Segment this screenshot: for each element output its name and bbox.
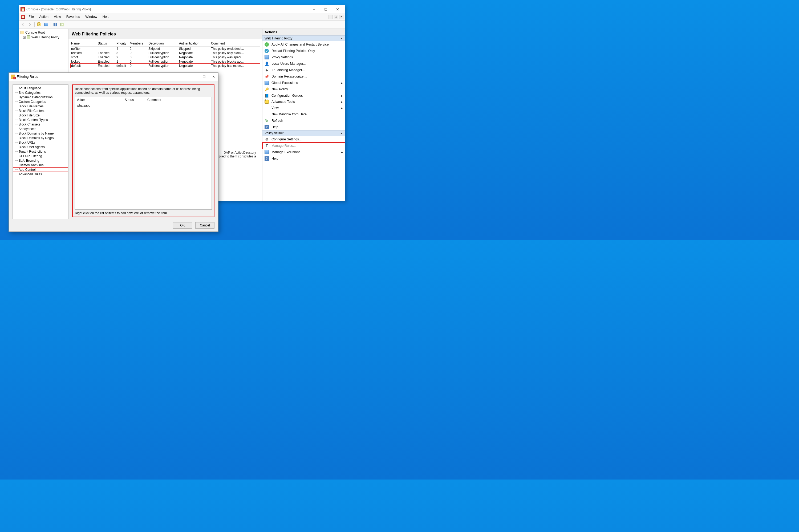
policy-row[interactable]: defaultEnableddefault0Full decryptionNeg…: [71, 64, 260, 68]
rules-tree-site-categories[interactable]: Site Categories: [13, 90, 68, 95]
rules-tree-advanced-rules[interactable]: Advanced Rules: [13, 172, 68, 176]
rules-tree-block-file-size[interactable]: Block File Size: [13, 113, 68, 117]
action-label: Configuration Guides: [271, 94, 303, 97]
tree-expand-icon[interactable]: +: [23, 36, 25, 39]
collapse-icon[interactable]: ▲: [341, 37, 343, 40]
action-manage-rules[interactable]: TManage Rules...: [262, 142, 345, 149]
rules-tree-dynamic-categorization[interactable]: Dynamic Categorization: [13, 95, 68, 99]
maximize-button[interactable]: [320, 5, 332, 13]
menu-window[interactable]: Window: [82, 13, 100, 20]
action-refresh[interactable]: ↻Refresh: [262, 117, 345, 124]
rules-tree-tenant-restrictions[interactable]: Tenant Restrictions: [13, 149, 68, 154]
refresh-icon: ↻: [265, 118, 269, 123]
action-reload-filtering-policies-only[interactable]: ✓Reload Filtering Policies Only: [262, 48, 345, 54]
rules-tree-geo-ip-filtering[interactable]: GEO-IP Filtering: [13, 154, 68, 158]
col-decryption: Decryption: [148, 41, 179, 45]
action-label: Global Exclusions: [271, 81, 298, 85]
rules-tree-block-domains-by-name[interactable]: Block Domains by Name: [13, 131, 68, 136]
nav-forward-button[interactable]: [27, 22, 33, 27]
show-hide-tree-button[interactable]: [43, 22, 49, 27]
rules-tree-annoyances[interactable]: Annoyances: [13, 127, 68, 131]
action-label: Reload Filtering Policies Only: [271, 49, 315, 53]
rules-tree-clamav-antivirus[interactable]: ClamAV AntiVirus: [13, 163, 68, 167]
dialog-titlebar: Filtering Rules — ☐ ✕: [9, 73, 218, 81]
tree-child[interactable]: + Web Filtering Proxy: [20, 35, 68, 40]
rules-tree-block-file-names[interactable]: Block File Names: [13, 104, 68, 109]
menu-help[interactable]: Help: [100, 13, 112, 20]
rules-tree-adult-language[interactable]: Adult Language: [13, 86, 68, 90]
dialog-close-button[interactable]: ✕: [211, 75, 216, 79]
action-configuration-guides[interactable]: 📘Configuration Guides▶: [262, 92, 345, 99]
rules-tree-block-user-agents[interactable]: Block User Agents: [13, 145, 68, 149]
menubar-app-icon[interactable]: [20, 13, 26, 20]
col-comment: Comment: [211, 41, 260, 45]
actions-section-proxy[interactable]: Web Filtering Proxy ▲: [262, 35, 345, 41]
action-proxy-settings[interactable]: Proxy Settings...: [262, 54, 345, 60]
action-apply-all-changes-and-restart-service[interactable]: ✓Apply All Changes and Restart Service: [262, 41, 345, 48]
action-view[interactable]: View▶: [262, 105, 345, 111]
actions-section-policy[interactable]: Policy default ▲: [262, 130, 345, 136]
ok-button[interactable]: OK: [173, 222, 192, 229]
action-configure-settings[interactable]: ⚙Configure Settings...: [262, 136, 345, 142]
close-button[interactable]: [332, 5, 343, 13]
rules-list[interactable]: Value Status Comment whatsapp: [75, 97, 212, 210]
menu-action[interactable]: Action: [37, 13, 51, 20]
col-status: Status: [125, 98, 147, 102]
policy-row[interactable]: lockedEnabled10Full decryptionNegotiateT…: [71, 59, 260, 64]
rules-list-row[interactable]: whatsapp: [75, 103, 211, 108]
menu-file[interactable]: File: [26, 13, 37, 20]
minimize-button[interactable]: [308, 5, 320, 13]
action-domain-recategorizer[interactable]: 📌Domain Recategorizer...: [262, 73, 345, 80]
policy-row[interactable]: nofilter42SkippedSkippedThis policy excl…: [71, 46, 260, 51]
rules-tree-block-file-content[interactable]: Block File Content: [13, 109, 68, 113]
rules-hint: Right click on the list of items to add …: [75, 210, 212, 215]
action-new-policy[interactable]: 🔑New Policy: [262, 86, 345, 92]
tree-root[interactable]: Console Root: [20, 30, 68, 35]
rules-tree-block-charsets[interactable]: Block Charsets: [13, 122, 68, 127]
dialog-minimize-button[interactable]: —: [192, 75, 197, 79]
tree-icon: ♣: [265, 68, 269, 72]
dialog-body: Adult LanguageSite CategoriesDynamic Cat…: [9, 81, 218, 219]
rules-tree-block-content-types[interactable]: Block Content Types: [13, 117, 68, 122]
policy-row[interactable]: relaxedEnabled30Full decryptionNegotiate…: [71, 51, 260, 55]
menu-favorites[interactable]: Favorites: [64, 13, 82, 20]
action-ip-labeling-manager[interactable]: ♣IP Labeling Manager...: [262, 67, 345, 73]
rules-tree-block-domains-by-regex[interactable]: Block Domains by Regex: [13, 136, 68, 140]
action-help[interactable]: ?Help: [262, 155, 345, 162]
action-manage-exclusions[interactable]: Manage Exclusions▶: [262, 149, 345, 155]
rules-tree-custom-categories[interactable]: Custom Categories: [13, 99, 68, 104]
toolbar-extra-button[interactable]: [59, 22, 65, 27]
action-help[interactable]: ?Help: [262, 124, 345, 130]
actions-pane: Actions Web Filtering Proxy ▲ ✓Apply All…: [262, 29, 345, 201]
tree-child-label: Web Filtering Proxy: [32, 35, 59, 39]
action-new-window-from-here[interactable]: New Window from Here: [262, 111, 345, 117]
folder-icon: [20, 31, 24, 34]
mdi-restore-button[interactable]: ❐: [334, 15, 338, 19]
mdi-minimize-button[interactable]: –: [328, 15, 333, 19]
policies-table[interactable]: Name Status Priority Members Decryption …: [69, 39, 262, 68]
toolbar: ↗ ?: [19, 20, 345, 28]
center-description-fragment: DAP or ActiveDirectory plied to them con…: [215, 148, 260, 161]
rules-tree-block-urls[interactable]: Block URLs: [13, 140, 68, 145]
rules-description: Block connections from specific applicat…: [75, 87, 212, 97]
policy-cell-auth: Negotiate: [179, 60, 211, 63]
mdi-close-button[interactable]: ✕: [339, 15, 343, 19]
cancel-button[interactable]: Cancel: [195, 222, 214, 229]
action-advanced-tools[interactable]: Advanced Tools▶: [262, 99, 345, 105]
action-local-users-manager[interactable]: 👤Local Users Manager...: [262, 60, 345, 67]
policy-cell-priority: default: [116, 64, 130, 68]
menu-view[interactable]: View: [51, 13, 64, 20]
up-folder-button[interactable]: ↗: [36, 22, 42, 27]
collapse-icon[interactable]: ▲: [341, 132, 343, 135]
rules-tree[interactable]: Adult LanguageSite CategoriesDynamic Cat…: [13, 84, 69, 219]
dialog-maximize-button[interactable]: ☐: [202, 75, 207, 79]
nav-back-button[interactable]: [20, 22, 26, 27]
rules-tree-app-control[interactable]: App Control: [13, 167, 68, 172]
rules-tree-safe-browsing[interactable]: Safe Browsing: [13, 158, 68, 163]
action-label: Apply All Changes and Restart Service: [271, 43, 329, 46]
rules-list-header: Value Status Comment: [75, 97, 211, 103]
policy-row[interactable]: strictEnabled20Full decryptionNegotiateT…: [71, 55, 260, 59]
action-global-exclusions[interactable]: Global Exclusions▶: [262, 80, 345, 86]
policy-cell-name: default: [71, 64, 98, 68]
toolbar-help-button[interactable]: ?: [53, 22, 58, 27]
